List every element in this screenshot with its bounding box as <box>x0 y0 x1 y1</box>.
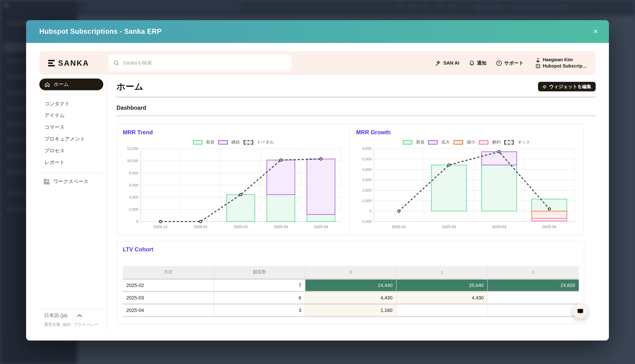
svg-text:8,000: 8,000 <box>129 171 138 175</box>
footer-link-terms[interactable]: 規約 <box>63 322 71 327</box>
sidebar-item-workspace[interactable]: ワークスペース <box>39 178 107 185</box>
svg-text:?: ? <box>498 61 500 65</box>
sidebar-item-commerce[interactable]: コマース <box>39 122 107 133</box>
sidebar-item-process[interactable]: プロセス <box>39 145 107 157</box>
user-menu[interactable]: Haegwan Kim Hubspot Subscrip… <box>535 57 587 68</box>
legend-label: ネット <box>518 140 531 145</box>
ltv-table-body: 2025-02724,44025,64024,8202025-0364,4304… <box>123 279 579 316</box>
svg-text:1,000: 1,000 <box>362 199 371 203</box>
column-header-2: 2 <box>488 266 579 279</box>
legend-label: 新規 <box>206 140 215 145</box>
ltv-cohort-table: 月次 顧客数 0 1 2 2025-02724,44025,64024,8202… <box>123 266 579 317</box>
dashboard-section-label: Dashboard <box>116 104 596 111</box>
table-cell: 7 <box>214 279 305 292</box>
table-cell <box>488 304 579 316</box>
table-cell: 4,430 <box>305 292 396 304</box>
edit-widgets-button[interactable]: ⚙ ウィジェットを編集 <box>538 82 596 91</box>
sidebar-item-procurement[interactable]: プロキュアメント <box>39 133 107 145</box>
chat-bubble-icon <box>577 308 583 314</box>
title-divider <box>116 97 596 97</box>
mrr-trend-legend: 新規継続トータル <box>123 140 344 145</box>
sidebar-item-items[interactable]: アイテム <box>39 110 107 122</box>
close-icon[interactable]: × <box>593 28 598 36</box>
svg-text:12,000: 12,000 <box>127 146 138 151</box>
user-name: Haegwan Kim <box>543 57 573 62</box>
footer-links: 運営企業 規約 プライバシー <box>39 322 107 327</box>
bell-icon <box>469 60 475 66</box>
svg-text:2025-04: 2025-04 <box>542 224 557 229</box>
footer-link-privacy[interactable]: プライバシー <box>74 322 98 327</box>
support-label: サポート <box>504 60 524 66</box>
question-circle-icon: ? <box>496 60 502 66</box>
sidebar-divider <box>39 95 106 95</box>
table-header: 月次 顧客数 0 1 2 <box>123 266 579 279</box>
mrr-growth-title: MRR Growth <box>356 129 577 136</box>
charts-row: MRR Trend 新規継続トータル 02,0004,0006,0008,000… <box>116 124 596 235</box>
table-cell: 3 <box>214 304 305 316</box>
svg-text:0: 0 <box>136 220 138 224</box>
svg-text:6,000: 6,000 <box>362 146 371 151</box>
legend-label: 縮小 <box>467 140 475 145</box>
mrr-growth-legend: 新規拡大縮小解約ネット <box>356 140 577 145</box>
svg-text:6,000: 6,000 <box>129 183 138 187</box>
notifications-button[interactable]: 通知 <box>469 60 487 66</box>
edit-widgets-label: ウィジェットを編集 <box>549 84 591 90</box>
sidebar-item-label: ワークスペース <box>53 178 89 185</box>
sidebar-item-label: ホーム <box>54 81 69 88</box>
app-header: SANKA SAN AI <box>39 51 596 75</box>
gear-icon: ⚙ <box>542 84 546 89</box>
table-cell: 6 <box>214 292 305 304</box>
legend-swatch <box>403 140 412 144</box>
app-body: ホーム コンタクト アイテム コマース プロキュアメント プロセス レポート <box>39 75 596 332</box>
legend-label: 継続 <box>231 140 240 145</box>
section-divider <box>116 116 596 116</box>
brand-name: SANKA <box>58 58 89 67</box>
column-header-month: 月次 <box>123 266 214 279</box>
chevron-up-icon <box>77 314 82 317</box>
table-row: 2025-0364,4304,430 <box>123 292 579 304</box>
svg-text:5,000: 5,000 <box>362 157 371 161</box>
sidebar-item-contacts[interactable]: コンタクト <box>39 98 107 110</box>
header-actions: SAN AI 通知 ? サポート <box>435 57 587 68</box>
table-cell: 25,640 <box>396 279 488 292</box>
column-header-customers: 顧客数 <box>214 266 305 279</box>
sidebar: ホーム コンタクト アイテム コマース プロキュアメント プロセス レポート <box>39 75 107 332</box>
sidebar-item-home[interactable]: ホーム <box>39 78 103 90</box>
page-title: ホーム <box>116 81 143 92</box>
legend-swatch <box>504 140 514 144</box>
sidebar-item-reports[interactable]: レポート <box>39 157 107 168</box>
legend-swatch <box>428 140 438 144</box>
table-cell: 2025-02 <box>123 279 214 292</box>
table-cell <box>488 292 579 304</box>
svg-text:2025-03: 2025-03 <box>274 224 288 229</box>
legend-swatch <box>193 140 202 144</box>
main-content: ホーム ⚙ ウィジェットを編集 Dashboard MRR Trend 新規継続… <box>107 75 596 332</box>
footer-link-company[interactable]: 運営企業 <box>44 322 60 327</box>
legend-label: 解約 <box>492 140 501 145</box>
support-button[interactable]: ? サポート <box>496 60 524 66</box>
svg-text:2025-01: 2025-01 <box>392 224 406 229</box>
table-cell: 2025-03 <box>123 292 214 304</box>
chat-button[interactable] <box>573 304 588 318</box>
san-ai-button[interactable]: SAN AI <box>435 60 459 66</box>
search-box[interactable] <box>108 54 291 71</box>
sidebar-divider <box>39 309 106 309</box>
svg-text:2,000: 2,000 <box>129 207 138 211</box>
language-selector[interactable]: 日本語 (ja) <box>39 312 107 319</box>
mrr-trend-title: MRR Trend <box>123 129 344 136</box>
sanka-logo[interactable]: SANKA <box>48 58 89 67</box>
table-cell: 1,160 <box>305 304 396 316</box>
notifications-label: 通知 <box>477 60 487 66</box>
svg-text:2025-03: 2025-03 <box>492 224 506 229</box>
table-cell <box>396 304 488 316</box>
legend-label: 新規 <box>416 140 425 145</box>
search-icon <box>113 60 119 66</box>
search-input[interactable] <box>122 60 286 66</box>
mrr-growth-chart: -1,00001,0002,0003,0004,0005,0006,000202… <box>356 146 577 231</box>
language-label: 日本語 (ja) <box>44 312 68 319</box>
column-header-1: 1 <box>396 266 488 279</box>
legend-swatch <box>244 140 253 144</box>
ltv-cohort-title: LTV Cohort <box>123 246 578 253</box>
legend-label: トータル <box>257 140 274 145</box>
workspace-grid-icon <box>44 179 50 184</box>
